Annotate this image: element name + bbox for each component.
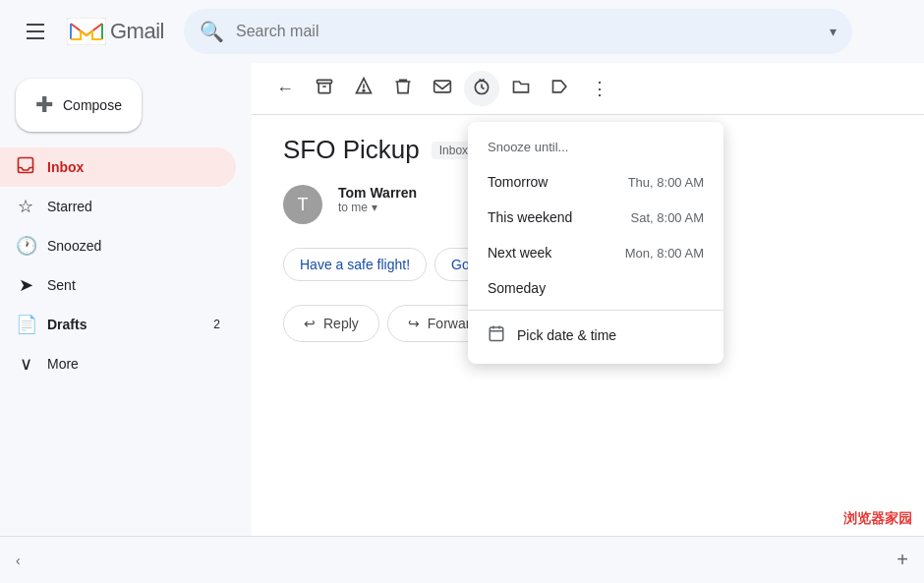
sidebar: ✚ Compose Inbox ☆ Starred 🕐 Snoozed ➤ Se… (0, 63, 252, 536)
snooze-tomorrow[interactable]: Tomorrow Thu, 8:00 AM (468, 164, 723, 200)
mark-unread-button[interactable] (425, 71, 460, 106)
more-options-icon: ⋮ (591, 78, 608, 99)
snoozed-label: Snoozed (47, 238, 220, 254)
snooze-pick-datetime[interactable]: Pick date & time (468, 315, 723, 356)
sender-to-arrow-icon[interactable]: ▾ (372, 201, 377, 214)
svg-rect-4 (434, 81, 451, 92)
compose-button[interactable]: ✚ Compose (16, 79, 142, 132)
sent-label: Sent (47, 277, 220, 293)
more-options-button[interactable]: ⋮ (582, 71, 617, 106)
sidebar-item-more[interactable]: ∨ More (0, 344, 236, 383)
drafts-label: Drafts (47, 317, 202, 332)
svg-rect-2 (318, 80, 332, 83)
star-icon: ☆ (16, 196, 35, 217)
mail-icon (433, 77, 452, 101)
back-icon: ← (276, 79, 294, 99)
snooze-weekend-label: This weekend (488, 209, 572, 225)
search-input[interactable] (236, 23, 818, 40)
snooze-next-week[interactable]: Next week Mon, 8:00 AM (468, 235, 723, 270)
snooze-nextweek-label: Next week (488, 245, 551, 261)
hamburger-button[interactable] (16, 12, 55, 51)
search-bar[interactable]: 🔍 ▾ (184, 9, 852, 54)
report-icon (354, 77, 374, 101)
main-layout: ✚ Compose Inbox ☆ Starred 🕐 Snoozed ➤ Se… (0, 63, 924, 536)
reply-label: Reply (323, 316, 359, 331)
svg-rect-0 (67, 18, 106, 45)
hamburger-icon (27, 24, 44, 39)
report-button[interactable] (346, 71, 381, 106)
quick-reply-flight[interactable]: Have a safe flight! (283, 248, 427, 281)
search-icon: 🔍 (200, 20, 224, 43)
toolbar: ← (252, 63, 924, 115)
snooze-divider (468, 310, 723, 311)
bottom-plus-icon[interactable]: + (896, 549, 908, 571)
snooze-weekend-time: Sat, 8:00 AM (631, 210, 704, 225)
content-area: ← (252, 63, 924, 536)
gmail-logo-icon (67, 18, 106, 45)
bottom-bar: ‹ + (0, 536, 924, 583)
more-label: More (47, 356, 220, 372)
archive-button[interactable] (307, 71, 342, 106)
snooze-someday-label: Someday (488, 280, 546, 296)
snooze-this-weekend[interactable]: This weekend Sat, 8:00 AM (468, 200, 723, 235)
sidebar-item-sent[interactable]: ➤ Sent (0, 265, 236, 305)
compose-label: Compose (63, 97, 122, 113)
snoozed-icon: 🕐 (16, 235, 35, 257)
svg-point-3 (363, 89, 365, 91)
drafts-icon: 📄 (16, 314, 35, 335)
snooze-tomorrow-label: Tomorrow (488, 174, 548, 190)
calendar-icon (488, 324, 505, 346)
starred-label: Starred (47, 199, 220, 214)
topbar: Gmail 🔍 ▾ (0, 0, 924, 63)
forward-icon: ↪ (408, 316, 420, 331)
reply-icon: ↩ (304, 316, 316, 331)
logo-area: Gmail (67, 18, 164, 45)
archive-icon (315, 77, 334, 101)
reply-button[interactable]: ↩ Reply (283, 305, 379, 342)
watermark: 浏览器家园 (843, 510, 912, 528)
delete-icon (393, 77, 413, 101)
snooze-dropdown: Snooze until... Tomorrow Thu, 8:00 AM Th… (468, 122, 723, 364)
label-icon (550, 77, 570, 101)
move-icon (511, 77, 531, 101)
avatar: T (283, 185, 322, 224)
snooze-button[interactable] (464, 71, 499, 106)
sidebar-item-snoozed[interactable]: 🕐 Snoozed (0, 226, 236, 265)
gmail-wordmark: Gmail (110, 19, 164, 44)
label-button[interactable] (543, 71, 578, 106)
inbox-label: Inbox (47, 159, 220, 175)
snooze-tomorrow-time: Thu, 8:00 AM (628, 175, 704, 190)
snooze-pick-label: Pick date & time (517, 327, 616, 343)
snooze-icon (472, 77, 491, 101)
search-dropdown-icon[interactable]: ▾ (830, 24, 837, 39)
drafts-badge: 2 (213, 318, 220, 331)
bottom-chevron-icon[interactable]: ‹ (16, 553, 21, 568)
compose-plus-icon: ✚ (35, 94, 53, 116)
delete-button[interactable] (385, 71, 421, 106)
sidebar-item-starred[interactable]: ☆ Starred (0, 187, 236, 226)
svg-rect-6 (490, 327, 503, 341)
snooze-nextweek-time: Mon, 8:00 AM (625, 246, 704, 261)
inbox-tag-label: Inbox (439, 144, 468, 157)
sent-icon: ➤ (16, 274, 35, 296)
email-subject: SFO Pickup (283, 135, 420, 165)
more-chevron-icon: ∨ (16, 353, 35, 375)
snooze-someday[interactable]: Someday (468, 270, 723, 306)
move-button[interactable] (503, 71, 539, 106)
inbox-icon (16, 155, 35, 180)
snooze-title: Snooze until... (468, 130, 723, 164)
back-button[interactable]: ← (267, 71, 303, 106)
sidebar-item-drafts[interactable]: 📄 Drafts 2 (0, 305, 236, 344)
sidebar-item-inbox[interactable]: Inbox (0, 147, 236, 187)
